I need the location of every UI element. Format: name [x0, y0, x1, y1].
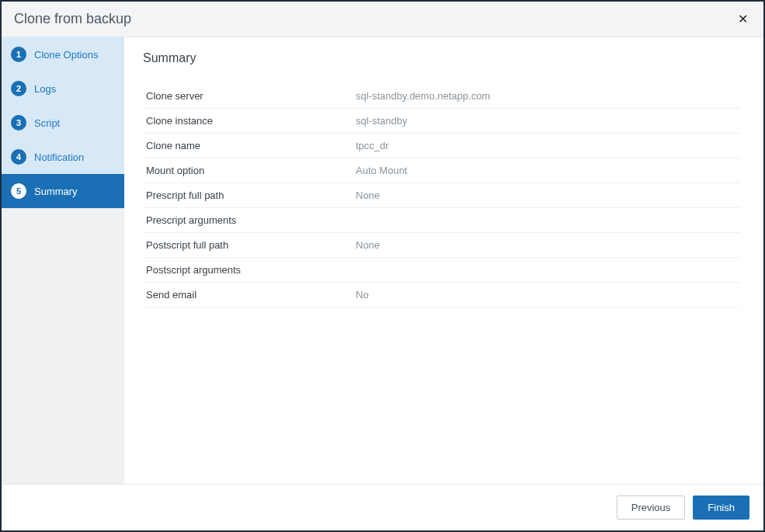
wizard-steps-sidebar: 1 Clone Options 2 Logs 3 Script 4 Notifi…: [2, 37, 124, 484]
step-label: Summary: [34, 186, 78, 197]
step-label: Clone Options: [34, 49, 98, 61]
summary-label: Clone instance: [143, 109, 353, 134]
summary-row-postscript-path: Postscript full path None: [143, 233, 740, 258]
summary-value: tpcc_dr: [353, 134, 740, 158]
summary-label: Prescript arguments: [143, 208, 353, 233]
step-number-badge: 4: [11, 149, 26, 165]
step-script[interactable]: 3 Script: [2, 106, 124, 140]
step-label: Script: [34, 117, 60, 129]
step-label: Logs: [34, 83, 56, 95]
summary-label: Postscript full path: [143, 233, 353, 258]
summary-label: Postscript arguments: [143, 258, 353, 283]
summary-row-prescript-path: Prescript full path None: [143, 183, 740, 208]
summary-row-postscript-args: Postscript arguments: [143, 258, 740, 283]
summary-row-mount-option: Mount option Auto Mount: [143, 158, 740, 183]
summary-value: [353, 208, 740, 233]
summary-value: Auto Mount: [353, 158, 740, 183]
step-notification[interactable]: 4 Notification: [2, 140, 124, 174]
step-number-badge: 2: [11, 81, 26, 96]
summary-label: Send email: [143, 283, 353, 308]
summary-label: Clone name: [143, 134, 353, 158]
summary-table: Clone server sql-standby.demo.netapp.com…: [143, 84, 740, 308]
step-logs[interactable]: 2 Logs: [2, 71, 124, 106]
summary-row-prescript-args: Prescript arguments: [143, 208, 740, 233]
summary-row-clone-name: Clone name tpcc_dr: [143, 134, 740, 158]
step-label: Notification: [34, 151, 84, 163]
step-number-badge: 5: [11, 183, 26, 199]
summary-value: No: [353, 283, 740, 308]
dialog-header: Clone from backup ✕: [2, 2, 763, 37]
dialog-footer: Previous Finish: [2, 484, 763, 530]
summary-panel: Summary Clone server sql-standby.demo.ne…: [124, 37, 763, 484]
summary-row-clone-server: Clone server sql-standby.demo.netapp.com: [143, 84, 740, 109]
dialog-body: 1 Clone Options 2 Logs 3 Script 4 Notifi…: [2, 37, 763, 484]
finish-button[interactable]: Finish: [693, 495, 749, 520]
step-summary[interactable]: 5 Summary: [2, 174, 124, 208]
summary-row-send-email: Send email No: [143, 283, 740, 308]
step-clone-options[interactable]: 1 Clone Options: [2, 37, 124, 71]
summary-value: None: [353, 233, 740, 258]
summary-label: Mount option: [143, 158, 353, 183]
panel-heading: Summary: [143, 51, 740, 65]
summary-value: None: [353, 183, 740, 208]
previous-button[interactable]: Previous: [617, 495, 686, 520]
dialog-title: Clone from backup: [14, 11, 131, 27]
summary-value: sql-standby.demo.netapp.com: [353, 84, 740, 109]
summary-label: Prescript full path: [143, 183, 353, 208]
summary-value: [353, 258, 740, 283]
summary-label: Clone server: [143, 84, 353, 109]
summary-value: sql-standby: [353, 109, 740, 134]
step-number-badge: 1: [11, 47, 26, 62]
summary-row-clone-instance: Clone instance sql-standby: [143, 109, 740, 134]
step-number-badge: 3: [11, 115, 26, 130]
clone-from-backup-dialog: Clone from backup ✕ 1 Clone Options 2 Lo…: [0, 0, 765, 532]
close-icon[interactable]: ✕: [735, 12, 751, 27]
